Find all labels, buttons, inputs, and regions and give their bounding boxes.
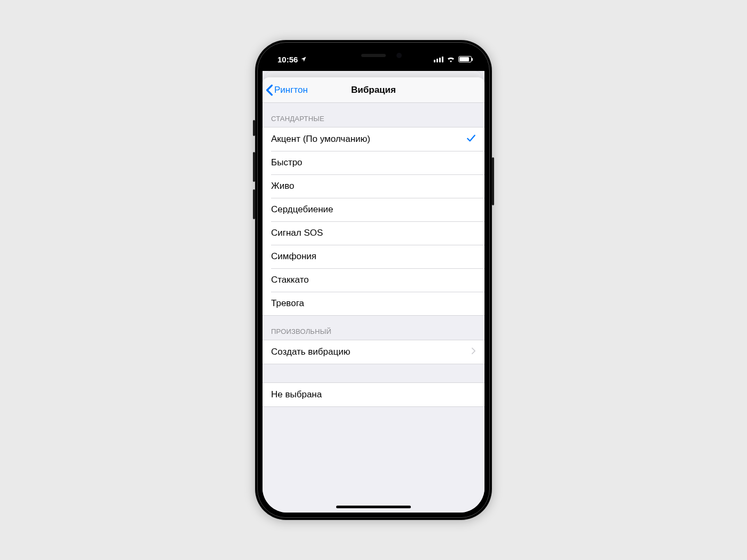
option-label: Быстро — [271, 157, 303, 168]
option-label: Сердцебиение — [271, 204, 333, 215]
vibration-option-quick[interactable]: Быстро — [263, 151, 484, 174]
settings-card: Рингтон Вибрация СТАНДАРТНЫЕ Акцент (По … — [263, 77, 484, 513]
option-label: Акцент (По умолчанию) — [271, 134, 370, 145]
back-button[interactable]: Рингтон — [263, 84, 308, 96]
speaker-grille — [361, 54, 386, 57]
section-header-standard: СТАНДАРТНЫЕ — [263, 103, 484, 127]
checkmark-icon — [466, 134, 476, 145]
volume-up-button — [253, 152, 255, 182]
screen: 10:56 Рингто — [263, 47, 484, 513]
vibration-option-alert[interactable]: Тревога — [263, 292, 484, 315]
option-label: Симфония — [271, 251, 316, 262]
vibration-option-sos[interactable]: Сигнал SOS — [263, 221, 484, 245]
option-label: Тревога — [271, 298, 304, 309]
chevron-right-icon — [471, 347, 476, 357]
option-label: Сигнал SOS — [271, 228, 323, 238]
option-label: Живо — [271, 181, 295, 191]
none-list: Не выбрана — [263, 382, 484, 407]
section-header-custom: ПРОИЗВОЛЬНЫЙ — [263, 316, 484, 340]
option-label: Не выбрана — [271, 389, 322, 400]
create-label: Создать вибрацию — [271, 347, 350, 357]
option-label: Стаккато — [271, 275, 309, 285]
home-indicator[interactable] — [336, 506, 411, 508]
app-surface: Рингтон Вибрация СТАНДАРТНЫЕ Акцент (По … — [263, 71, 484, 513]
vibration-option-accent[interactable]: Акцент (По умолчанию) — [263, 127, 484, 151]
location-arrow-icon — [300, 55, 307, 64]
notch — [317, 47, 430, 63]
page-title: Вибрация — [351, 85, 396, 95]
iphone-frame: 10:56 Рингто — [255, 40, 492, 520]
custom-vibrations-list: Создать вибрацию — [263, 340, 484, 364]
battery-icon — [458, 56, 472, 62]
side-button — [492, 157, 494, 205]
standard-vibrations-list: Акцент (По умолчанию) Быстро Живо Сердце… — [263, 127, 484, 316]
vibration-option-none[interactable]: Не выбрана — [263, 383, 484, 406]
create-vibration-button[interactable]: Создать вибрацию — [263, 340, 484, 364]
navigation-bar: Рингтон Вибрация — [263, 77, 484, 103]
vibration-option-heartbeat[interactable]: Сердцебиение — [263, 198, 484, 221]
status-time: 10:56 — [277, 55, 298, 64]
vibration-option-lively[interactable]: Живо — [263, 174, 484, 198]
front-camera — [396, 53, 402, 58]
mute-switch — [253, 120, 255, 136]
chevron-left-icon — [266, 84, 273, 96]
volume-down-button — [253, 189, 255, 219]
vibration-option-symphony[interactable]: Симфония — [263, 245, 484, 268]
section-gap — [263, 364, 484, 382]
back-label: Рингтон — [274, 85, 308, 95]
vibration-option-staccato[interactable]: Стаккато — [263, 268, 484, 292]
cellular-signal-icon — [434, 57, 443, 62]
wifi-icon — [447, 55, 455, 64]
